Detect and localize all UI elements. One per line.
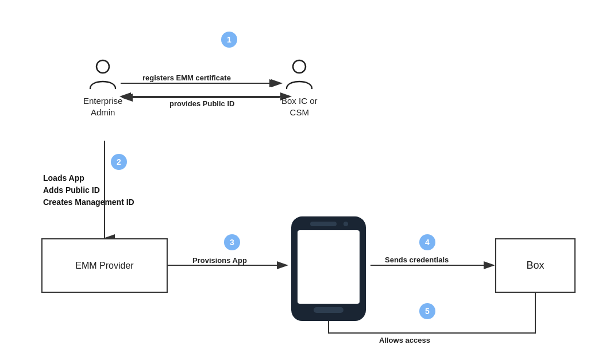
box-ic-label: Box IC orCSM [281, 95, 318, 118]
step2-line3: Creates Management ID [43, 198, 134, 207]
step4-badge: 4 [419, 234, 435, 250]
allows-access-label: Allows access [379, 336, 430, 344]
sends-credentials-label: Sends credentials [385, 255, 449, 264]
step1-badge: 1 [221, 32, 237, 48]
step3-badge: 3 [224, 234, 240, 250]
box-ic-actor: Box IC orCSM [281, 57, 318, 118]
step2-line1: Loads App [43, 173, 84, 183]
enterprise-admin-actor: EnterpriseAdmin [83, 57, 122, 118]
emm-provider-box: EMM Provider [41, 238, 168, 293]
svg-rect-13 [298, 230, 360, 304]
box-label: Box [526, 260, 544, 272]
step2-text: Loads App Adds Public ID Creates Managem… [43, 172, 134, 208]
phone-icon [286, 214, 371, 326]
svg-rect-14 [310, 222, 337, 226]
svg-rect-16 [314, 307, 343, 313]
step5-badge: 5 [419, 303, 435, 319]
provisions-app-label: Provisions App [192, 256, 247, 265]
diagram: 1 2 3 4 5 EnterpriseAdmin Box IC orCSM r… [0, 0, 610, 364]
svg-point-15 [343, 222, 348, 226]
registers-emm-label: registers EMM certificate [142, 73, 231, 82]
step2-line2: Adds Public ID [43, 185, 100, 195]
svg-point-10 [96, 60, 109, 73]
step2-badge: 2 [111, 154, 127, 170]
provides-public-id-label: provides Public ID [169, 99, 234, 108]
emm-provider-label: EMM Provider [75, 261, 133, 271]
svg-point-11 [293, 60, 306, 73]
enterprise-admin-label: EnterpriseAdmin [83, 95, 122, 118]
box-rect: Box [495, 238, 576, 293]
